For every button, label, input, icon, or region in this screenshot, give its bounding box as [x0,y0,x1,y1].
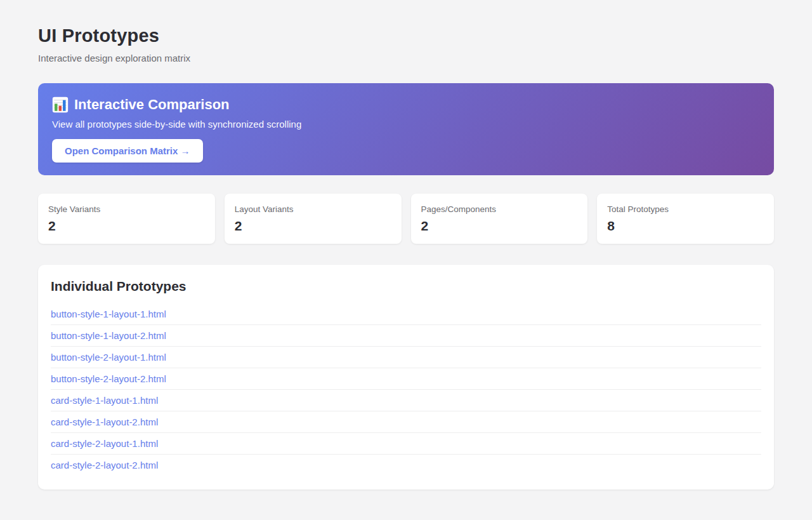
prototype-list: button-style-1-layout-1.html button-styl… [51,303,761,476]
stat-value: 2 [48,218,205,234]
open-comparison-matrix-button[interactable]: Open Comparison Matrix → [52,139,203,163]
list-item: card-style-1-layout-1.html [51,390,761,411]
stat-card-layout-variants: Layout Variants 2 [225,194,402,244]
individual-prototypes-card: Individual Prototypes button-style-1-lay… [38,265,774,490]
stat-label: Style Variants [48,204,205,214]
prototype-link[interactable]: button-style-1-layout-2.html [51,325,761,346]
list-item: button-style-2-layout-1.html [51,347,761,368]
bar-chart-icon [52,97,69,113]
stat-label: Layout Variants [235,204,391,214]
stat-value: 8 [607,218,764,234]
stat-value: 2 [421,218,578,234]
prototype-link[interactable]: card-style-2-layout-2.html [51,455,761,476]
stat-label: Total Prototypes [607,204,764,214]
page-container: UI Prototypes Interactive design explora… [38,0,774,490]
banner-description: View all prototypes side-by-side with sy… [52,119,760,130]
prototype-link[interactable]: button-style-2-layout-2.html [51,368,761,389]
individual-prototypes-title: Individual Prototypes [51,279,761,294]
prototype-link[interactable]: card-style-1-layout-2.html [51,411,761,432]
stat-card-total-prototypes: Total Prototypes 8 [597,194,774,244]
banner-title-row: Interactive Comparison [52,97,760,113]
stat-card-style-variants: Style Variants 2 [38,194,215,244]
prototype-link[interactable]: card-style-1-layout-1.html [51,390,761,411]
stat-card-pages-components: Pages/Components 2 [411,194,588,244]
stats-row: Style Variants 2 Layout Variants 2 Pages… [38,194,774,244]
prototype-link[interactable]: button-style-2-layout-1.html [51,347,761,368]
list-item: button-style-1-layout-2.html [51,325,761,347]
list-item: card-style-1-layout-2.html [51,411,761,433]
comparison-banner: Interactive Comparison View all prototyp… [38,83,774,175]
list-item: button-style-2-layout-2.html [51,368,761,390]
page-title: UI Prototypes [38,25,774,46]
list-item: card-style-2-layout-1.html [51,433,761,455]
stat-value: 2 [235,218,391,234]
prototype-link[interactable]: card-style-2-layout-1.html [51,433,761,454]
list-item: card-style-2-layout-2.html [51,455,761,476]
banner-title: Interactive Comparison [74,97,230,113]
prototype-link[interactable]: button-style-1-layout-1.html [51,303,761,324]
stat-label: Pages/Components [421,204,578,214]
list-item: button-style-1-layout-1.html [51,303,761,325]
page-subtitle: Interactive design exploration matrix [38,53,774,63]
